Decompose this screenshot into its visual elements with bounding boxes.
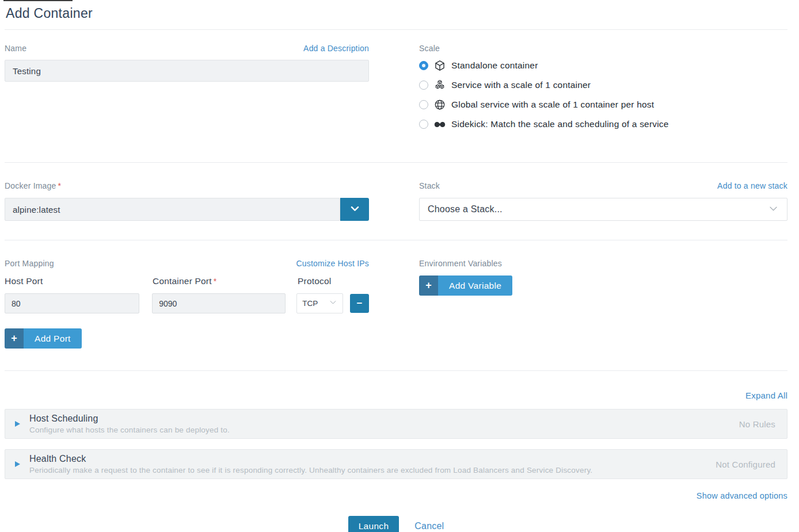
remove-port-button[interactable]: − (350, 294, 369, 313)
show-advanced-options-link[interactable]: Show advanced options (697, 491, 787, 500)
host-port-input[interactable] (5, 293, 139, 313)
section-divider (5, 370, 787, 371)
minus-icon: − (357, 298, 363, 309)
stack-label: Stack (419, 181, 440, 190)
docker-image-input[interactable] (5, 198, 340, 221)
customize-host-ips-link[interactable]: Customize Host IPs (296, 259, 369, 268)
expand-triangle-icon[interactable] (15, 461, 20, 467)
required-marker: * (214, 277, 217, 286)
scale-option-label: Service with a scale of 1 container (451, 80, 591, 90)
health-check-title: Health Check (29, 454, 702, 464)
host-scheduling-row[interactable]: Host Scheduling Configure what hosts the… (5, 409, 787, 439)
scale-option-standalone[interactable]: Standalone container (419, 59, 787, 72)
add-variable-button[interactable]: + Add Variable (419, 275, 512, 296)
port-mapping-label: Port Mapping (5, 259, 54, 268)
stack-column: Stack Add to a new stack Choose a Stack.… (419, 181, 787, 221)
radio-unselected-icon[interactable] (419, 81, 428, 90)
add-new-stack-link[interactable]: Add to a new stack (717, 181, 787, 190)
scale-label: Scale (419, 44, 440, 53)
cancel-button[interactable]: Cancel (414, 521, 444, 531)
cube-icon (433, 60, 447, 71)
cubes-cluster-icon (433, 79, 447, 91)
expand-triangle-icon[interactable] (15, 421, 20, 427)
scale-options: Standalone container Service with a scal… (419, 59, 787, 131)
add-port-label: Add Port (24, 328, 82, 349)
footer-actions: Launch Cancel (5, 516, 787, 532)
image-dropdown-button[interactable] (340, 198, 369, 221)
expand-all-link[interactable]: Expand All (745, 391, 787, 400)
plus-icon: + (419, 275, 438, 296)
name-column: Name Add a Description (5, 44, 369, 137)
radio-unselected-icon[interactable] (419, 120, 428, 129)
globe-icon (433, 99, 447, 110)
page-title: Add Container (6, 6, 787, 21)
scale-option-sidekick[interactable]: Sidekick: Match the scale and scheduling… (419, 117, 787, 131)
add-description-link[interactable]: Add a Description (303, 44, 369, 53)
docker-image-label: Docker Image* (5, 181, 61, 190)
scale-column: Scale Standalone container (419, 44, 787, 137)
stack-select[interactable]: Choose a Stack... (419, 198, 787, 221)
top-edge-artifact (3, 0, 73, 1)
container-port-input[interactable] (152, 293, 286, 313)
health-check-status: Not Configured (716, 460, 775, 469)
scale-option-service[interactable]: Service with a scale of 1 container (419, 78, 787, 92)
stack-select-value: Choose a Stack... (428, 204, 503, 215)
add-port-button[interactable]: + Add Port (5, 328, 82, 349)
chevron-down-icon (768, 203, 779, 216)
radio-selected-icon[interactable] (419, 61, 428, 70)
host-scheduling-text: Host Scheduling Configure what hosts the… (29, 414, 725, 434)
chevron-down-icon (349, 203, 360, 216)
host-scheduling-description: Configure what hosts the containers can … (29, 426, 725, 434)
environment-variables-label: Environment Variables (419, 259, 502, 268)
launch-button[interactable]: Launch (348, 516, 400, 532)
image-stack-section: Docker Image* Stack Add to a new stack C… (5, 163, 787, 240)
port-mapping-column: Port Mapping Customize Host IPs Host Por… (5, 259, 369, 349)
scale-option-label: Sidekick: Match the scale and scheduling… (451, 119, 669, 129)
docker-image-column: Docker Image* (5, 181, 369, 221)
plus-icon: + (5, 328, 24, 349)
radio-unselected-icon[interactable] (419, 100, 428, 109)
name-scale-section: Name Add a Description Scale (5, 30, 787, 162)
scale-option-label: Standalone container (451, 60, 538, 71)
chevron-down-icon (329, 298, 337, 309)
add-variable-label: Add Variable (438, 275, 512, 296)
health-check-text: Health Check Periodically make a request… (29, 454, 702, 474)
port-row: TCP − (5, 293, 369, 313)
host-scheduling-status: No Rules (739, 419, 775, 429)
protocol-select[interactable]: TCP (296, 293, 343, 313)
name-input[interactable] (5, 60, 369, 82)
scale-option-global[interactable]: Global service with a scale of 1 contain… (419, 98, 787, 112)
required-marker: * (58, 181, 62, 190)
mask-icon (433, 121, 447, 128)
host-port-label: Host Port (5, 276, 153, 286)
ports-env-section: Port Mapping Customize Host IPs Host Por… (5, 240, 787, 370)
add-container-page: Add Container Name Add a Description Sca… (0, 0, 799, 532)
protocol-label: Protocol (298, 276, 331, 286)
health-check-description: Periodically make a request to the conta… (29, 466, 702, 474)
environment-column: Environment Variables + Add Variable (419, 259, 787, 349)
scale-option-label: Global service with a scale of 1 contain… (451, 99, 654, 110)
host-scheduling-title: Host Scheduling (29, 414, 725, 424)
health-check-row[interactable]: Health Check Periodically make a request… (5, 449, 787, 479)
name-label: Name (5, 44, 26, 53)
protocol-select-value: TCP (302, 299, 318, 308)
container-port-label: Container Port* (153, 276, 298, 286)
